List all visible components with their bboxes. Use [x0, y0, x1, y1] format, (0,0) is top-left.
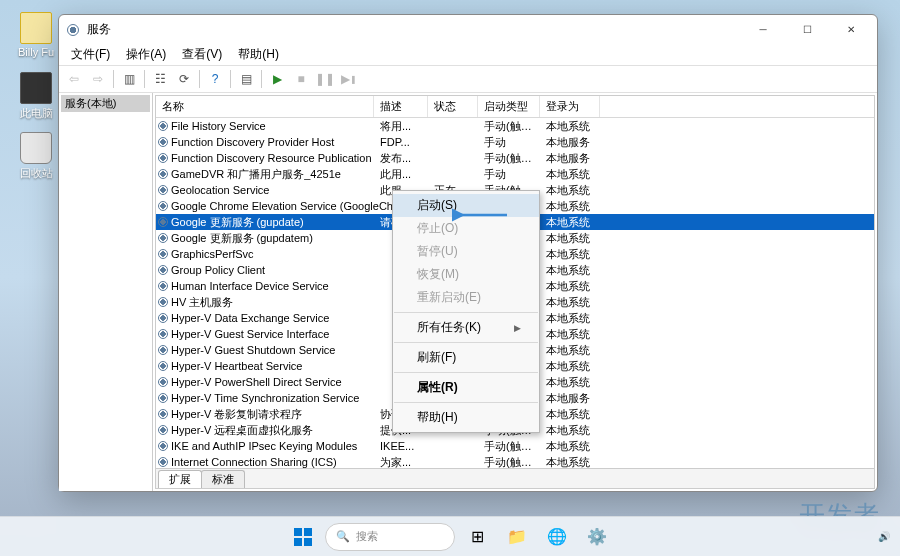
forward-button[interactable]: ⇨	[87, 68, 109, 90]
menu-help[interactable]: 帮助(H)	[230, 44, 287, 65]
col-desc[interactable]: 描述	[374, 96, 428, 117]
service-row[interactable]: Function Discovery Resource Publication发…	[156, 150, 874, 166]
service-name: Hyper-V 卷影复制请求程序	[171, 407, 302, 422]
service-startup: 手动(触发...	[478, 439, 540, 454]
gear-icon	[158, 393, 168, 403]
search-input[interactable]: 🔍搜索	[325, 523, 455, 551]
service-row[interactable]: Function Discovery Provider HostFDP...手动…	[156, 134, 874, 150]
service-desc: 将用...	[374, 119, 428, 134]
system-tray[interactable]: 🔊	[878, 531, 890, 542]
maximize-button[interactable]: ☐	[785, 15, 829, 43]
gear-icon	[158, 457, 168, 467]
gear-icon	[158, 137, 168, 147]
service-row[interactable]: Internet Connection Sharing (ICS)为家...手动…	[156, 454, 874, 468]
service-row[interactable]: GameDVR 和广播用户服务_4251e此用...手动本地系统	[156, 166, 874, 182]
menu-view[interactable]: 查看(V)	[174, 44, 230, 65]
edge-icon[interactable]: 🌐	[539, 521, 575, 553]
minimize-button[interactable]: ─	[741, 15, 785, 43]
back-button[interactable]: ⇦	[63, 68, 85, 90]
menu-file[interactable]: 文件(F)	[63, 44, 118, 65]
service-name: Hyper-V PowerShell Direct Service	[171, 376, 342, 388]
gear-icon	[158, 185, 168, 195]
menu-action[interactable]: 操作(A)	[118, 44, 174, 65]
service-logon: 本地系统	[540, 343, 600, 358]
close-button[interactable]: ✕	[829, 15, 873, 43]
service-name: GraphicsPerfSvc	[171, 248, 254, 260]
service-logon: 本地服务	[540, 391, 600, 406]
gear-icon	[158, 361, 168, 371]
service-row[interactable]: File History Service将用...手动(触发...本地系统	[156, 118, 874, 134]
service-startup: 手动	[478, 167, 540, 182]
ctx-item[interactable]: 帮助(H)	[393, 406, 539, 429]
service-logon: 本地系统	[540, 407, 600, 422]
service-name: Internet Connection Sharing (ICS)	[171, 456, 337, 468]
start-service-button[interactable]: ▶	[266, 68, 288, 90]
service-name: IKE and AuthIP IPsec Keying Modules	[171, 440, 357, 452]
explorer-icon[interactable]: 📁	[499, 521, 535, 553]
gear-icon	[158, 153, 168, 163]
task-view-button[interactable]: ⊞	[459, 521, 495, 553]
gear-icon	[158, 297, 168, 307]
service-name: Group Policy Client	[171, 264, 265, 276]
view-tabs: 扩展 标准	[156, 468, 874, 488]
service-logon: 本地系统	[540, 423, 600, 438]
col-status[interactable]: 状态	[428, 96, 478, 117]
ctx-item[interactable]: 属性(R)	[393, 376, 539, 399]
service-row[interactable]: IKE and AuthIP IPsec Keying ModulesIKEE.…	[156, 438, 874, 454]
service-name: Function Discovery Provider Host	[171, 136, 334, 148]
gear-icon	[158, 249, 168, 259]
service-name: GameDVR 和广播用户服务_4251e	[171, 167, 341, 182]
service-desc: 发布...	[374, 151, 428, 166]
start-button[interactable]	[285, 521, 321, 553]
desktop-icon-recyclebin[interactable]: 回收站	[12, 132, 60, 181]
service-startup: 手动	[478, 135, 540, 150]
service-name: Geolocation Service	[171, 184, 269, 196]
desktop-icon-user[interactable]: Billy Fu	[12, 12, 60, 58]
gear-icon	[158, 377, 168, 387]
service-name: Hyper-V Guest Service Interface	[171, 328, 329, 340]
properties-button[interactable]: ▤	[235, 68, 257, 90]
service-logon: 本地系统	[540, 215, 600, 230]
context-menu: 启动(S)停止(O)暂停(U)恢复(M)重新启动(E)所有任务(K)▶刷新(F)…	[392, 190, 540, 433]
service-logon: 本地系统	[540, 279, 600, 294]
col-logon[interactable]: 登录为	[540, 96, 600, 117]
window-title: 服务	[87, 21, 741, 38]
search-icon: 🔍	[336, 530, 350, 543]
gear-icon	[158, 329, 168, 339]
desktop-icon-thispc[interactable]: 此电脑	[12, 72, 60, 121]
col-startup[interactable]: 启动类型	[478, 96, 540, 117]
service-logon: 本地系统	[540, 455, 600, 469]
taskbar: 🔍搜索 ⊞ 📁 🌐 ⚙️ 🔊	[0, 516, 900, 556]
service-logon: 本地系统	[540, 375, 600, 390]
tree-root[interactable]: 服务(本地)	[61, 95, 150, 112]
gear-icon	[158, 217, 168, 227]
service-name: File History Service	[171, 120, 266, 132]
help-button[interactable]: ?	[204, 68, 226, 90]
svg-rect-4	[304, 538, 312, 546]
service-logon: 本地系统	[540, 295, 600, 310]
tab-standard[interactable]: 标准	[201, 470, 245, 488]
stop-service-button[interactable]: ■	[290, 68, 312, 90]
ctx-item: 重新启动(E)	[393, 286, 539, 309]
gear-icon	[158, 409, 168, 419]
service-logon: 本地系统	[540, 263, 600, 278]
network-icon[interactable]: 🔊	[878, 531, 890, 542]
col-name[interactable]: 名称	[156, 96, 374, 117]
pause-service-button[interactable]: ❚❚	[314, 68, 336, 90]
settings-icon[interactable]: ⚙️	[579, 521, 615, 553]
service-name: Function Discovery Resource Publication	[171, 152, 372, 164]
service-logon: 本地系统	[540, 119, 600, 134]
service-name: Hyper-V 远程桌面虚拟化服务	[171, 423, 313, 438]
ctx-item: 恢复(M)	[393, 263, 539, 286]
titlebar[interactable]: 服务 ─ ☐ ✕	[59, 15, 877, 43]
restart-service-button[interactable]: ▶❚	[338, 68, 360, 90]
service-logon: 本地服务	[540, 135, 600, 150]
gear-icon	[158, 281, 168, 291]
tab-extended[interactable]: 扩展	[158, 470, 202, 488]
ctx-item[interactable]: 刷新(F)	[393, 346, 539, 369]
refresh-button[interactable]: ⟳	[173, 68, 195, 90]
export-button[interactable]: ☷	[149, 68, 171, 90]
service-desc: 为家...	[374, 455, 428, 469]
show-hide-button[interactable]: ▥	[118, 68, 140, 90]
ctx-item[interactable]: 所有任务(K)▶	[393, 316, 539, 339]
